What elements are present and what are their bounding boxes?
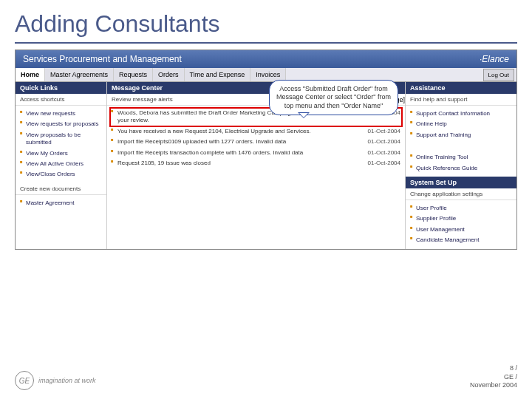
- right-column: Assistance Find help and support Support…: [406, 82, 516, 249]
- create-docs-head: Create new documents: [16, 183, 106, 195]
- footer-org: GE /: [470, 373, 517, 382]
- list-item[interactable]: User Profile: [410, 203, 512, 214]
- list-item[interactable]: View/Close Orders: [20, 169, 102, 180]
- app-screenshot: Services Procurement and Management ·Ela…: [15, 50, 517, 250]
- tab-orders[interactable]: Orders: [153, 68, 185, 81]
- title-rule: [15, 42, 517, 44]
- assistance-sub: Find help and support: [406, 94, 516, 106]
- tab-home[interactable]: Home: [16, 68, 45, 81]
- brand-logo: ·Elance: [480, 54, 509, 64]
- main-nav: Home Master Agreements Requests Orders T…: [16, 68, 516, 82]
- ge-logo-icon: GE: [15, 371, 34, 390]
- list-item[interactable]: Candidate Management: [410, 235, 512, 245]
- footer-meta: 8 / GE / November 2004: [470, 364, 517, 390]
- message-list: Woods, Debora has submitted the Draft Or…: [107, 106, 405, 171]
- footer-logo: GE imagination at work: [15, 371, 96, 390]
- slide-title: Adding Consultants: [0, 0, 532, 42]
- system-setup-sub: Change application settings: [406, 188, 516, 200]
- slide-footer: GE imagination at work 8 / GE / November…: [15, 364, 517, 390]
- assistance-head: Assistance: [406, 82, 516, 94]
- message-row[interactable]: You have received a new Request 2104, El…: [110, 126, 402, 137]
- instruction-callout: Access "Submitted Draft Order" from Mess…: [269, 80, 398, 115]
- message-text: Import file Receipts transaction complet…: [117, 149, 364, 157]
- tab-master-agreements[interactable]: Master Agreements: [45, 68, 114, 81]
- left-column: Quick Links Access shortcuts View new re…: [16, 82, 107, 249]
- message-row[interactable]: Request 2105, 19 issue was closed 01-Oct…: [110, 158, 402, 168]
- system-setup-head: System Set Up: [406, 177, 516, 188]
- list-item[interactable]: Support Contact Information: [410, 109, 512, 119]
- message-row[interactable]: Import file Receipts transaction complet…: [110, 148, 402, 158]
- tab-requests[interactable]: Requests: [114, 68, 153, 81]
- page-number: 8 /: [470, 364, 517, 373]
- quick-links-head: Quick Links: [16, 82, 106, 94]
- logout-button[interactable]: Log Out: [483, 69, 514, 81]
- main-columns: Quick Links Access shortcuts View new re…: [16, 82, 516, 249]
- message-date: 01-Oct-2004: [368, 149, 400, 157]
- message-text: Import file Receipts0109 uploaded with 1…: [117, 138, 364, 146]
- message-date: 01-Oct-2004: [368, 128, 400, 135]
- list-item[interactable]: View new requests: [20, 109, 102, 119]
- message-text: Request 2105, 19 issue was closed: [117, 160, 364, 167]
- message-text: You have received a new Request 2104, El…: [117, 128, 364, 135]
- assistance-list: Support Contact Information Online Help …: [406, 106, 516, 143]
- system-setup-list: User Profile Supplier Profile User Manag…: [406, 200, 516, 249]
- banner-title: Services Procurement and Management: [23, 54, 182, 64]
- tab-time-expense[interactable]: Time and Expense: [185, 68, 251, 81]
- list-item[interactable]: View My Orders: [20, 149, 102, 159]
- list-item[interactable]: View requests for proposals: [20, 119, 102, 129]
- list-item[interactable]: View proposals to be submitted: [20, 130, 102, 149]
- message-date: 01-Oct-2004: [368, 160, 400, 167]
- footer-tagline: imagination at work: [38, 377, 96, 384]
- list-item[interactable]: User Management: [410, 225, 512, 235]
- message-row[interactable]: Import file Receipts0109 uploaded with 1…: [110, 137, 402, 147]
- message-date: 01-Oct-2004: [368, 138, 400, 146]
- list-item[interactable]: View All Active Orders: [20, 159, 102, 169]
- footer-date: November 2004: [470, 381, 517, 390]
- list-item[interactable]: Support and Training: [410, 130, 512, 140]
- list-item[interactable]: Online Training Tool: [410, 152, 512, 163]
- list-item[interactable]: Online Help: [410, 119, 512, 129]
- create-docs-list: Master Agreement: [16, 195, 106, 211]
- list-item[interactable]: Quick Reference Guide: [410, 163, 512, 174]
- list-item[interactable]: Master Agreement: [20, 198, 102, 208]
- quick-links-sub: Access shortcuts: [16, 94, 106, 106]
- app-banner: Services Procurement and Management ·Ela…: [16, 50, 516, 68]
- assistance-list-2: Online Training Tool Quick Reference Gui…: [406, 149, 516, 177]
- list-item[interactable]: Supplier Profile: [410, 214, 512, 224]
- quick-links-list: View new requests View requests for prop…: [16, 106, 106, 183]
